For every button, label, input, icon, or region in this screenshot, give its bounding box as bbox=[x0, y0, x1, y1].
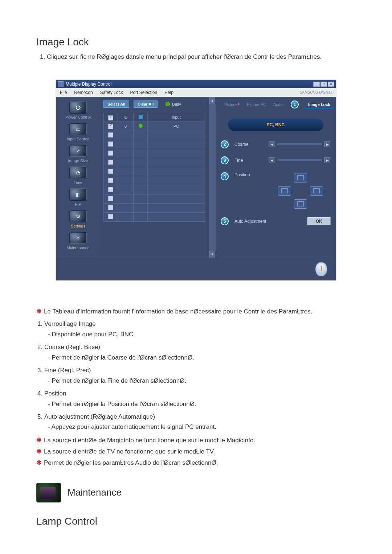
table-row[interactable] bbox=[104, 149, 205, 158]
row-checkbox[interactable] bbox=[108, 205, 113, 210]
arrow-left-icon[interactable]: ◀ bbox=[269, 157, 275, 163]
menu-help[interactable]: Help bbox=[164, 90, 173, 95]
display-list-panel: Select All Clear All Busy ID Input 0PC bbox=[100, 97, 209, 258]
item-title: Verrouillage Image bbox=[44, 320, 96, 327]
position-up-button[interactable] bbox=[294, 173, 307, 182]
list-item: Verrouillage Image- Disponible que pour … bbox=[44, 319, 356, 340]
sidebar-item-settings[interactable]: ⚙Settings bbox=[56, 210, 100, 228]
item-title: Fine (Regl. Prec) bbox=[44, 367, 91, 374]
gear-icon: ⚙ bbox=[69, 210, 87, 222]
row-checkbox[interactable] bbox=[108, 169, 113, 174]
maximize-button[interactable]: □ bbox=[320, 82, 327, 87]
sidebar-item-maintenance[interactable]: ⛭Maintenance bbox=[56, 232, 100, 250]
callout-4: 4 bbox=[221, 172, 229, 180]
sidebar-item-label: Time bbox=[74, 180, 82, 185]
table-row[interactable] bbox=[104, 158, 205, 167]
arrow-right-icon[interactable]: ▶ bbox=[324, 141, 331, 147]
row-id bbox=[118, 158, 134, 167]
tab-image-lock[interactable]: Image Lock bbox=[308, 102, 330, 107]
row-id bbox=[118, 185, 134, 194]
row-checkbox[interactable] bbox=[108, 196, 113, 201]
table-row[interactable] bbox=[104, 212, 205, 221]
fine-row: 3 Fine ◀ ▶ bbox=[221, 156, 331, 164]
sidebar-item-pip[interactable]: ◧PIP bbox=[56, 188, 100, 206]
table-row[interactable]: 0PC bbox=[104, 122, 205, 131]
sidebar-item-label: PIP bbox=[75, 202, 81, 206]
row-input bbox=[148, 185, 205, 194]
list-scrollbar[interactable]: ▲ ▼ bbox=[209, 97, 216, 258]
coarse-label: Coarse bbox=[234, 142, 265, 147]
maintenance-icon bbox=[36, 483, 61, 502]
row-checkbox[interactable] bbox=[108, 214, 113, 219]
list-item: Fine (Regl. Prec)- Permet de rØgler la F… bbox=[44, 365, 356, 386]
position-left-button[interactable] bbox=[278, 186, 291, 196]
row-input bbox=[148, 194, 205, 203]
tab-arrow-icon bbox=[238, 102, 240, 106]
row-id bbox=[118, 140, 134, 149]
menu-safety-lock[interactable]: Safety Lock bbox=[100, 90, 123, 95]
scroll-down-icon[interactable]: ▼ bbox=[209, 251, 216, 258]
heading-maintenance: Maintenance bbox=[68, 487, 122, 498]
position-right-button[interactable] bbox=[310, 186, 323, 196]
menubar: File Remocon Safety Lock Port Selection … bbox=[56, 88, 336, 97]
item-title: Coarse (Regl. Base) bbox=[44, 344, 100, 350]
list-item: Position- Permet de rØgler la Position d… bbox=[44, 389, 356, 410]
item-sub: - Appuyez pour ajuster automatiquement l… bbox=[48, 423, 216, 430]
table-row[interactable] bbox=[104, 194, 205, 203]
coarse-slider[interactable]: ◀ ▶ bbox=[269, 141, 331, 147]
col-id: ID bbox=[118, 113, 134, 122]
position-pad bbox=[278, 172, 323, 209]
row-id bbox=[118, 149, 134, 158]
auto-adjust-label: Auto Adjustment bbox=[234, 219, 304, 224]
tab-picture[interactable]: Picture bbox=[224, 102, 240, 107]
row-checkbox[interactable] bbox=[108, 187, 113, 192]
row-checkbox[interactable] bbox=[108, 160, 113, 165]
arrow-right-icon[interactable]: ▶ bbox=[324, 157, 331, 163]
col-input: Input bbox=[148, 113, 205, 122]
row-input bbox=[148, 167, 205, 176]
header-checkbox[interactable] bbox=[108, 115, 113, 120]
fine-slider[interactable]: ◀ ▶ bbox=[269, 157, 331, 163]
row-input bbox=[148, 140, 205, 149]
sidebar-item-image-size[interactable]: ⤢Image Size bbox=[56, 145, 100, 163]
table-row[interactable] bbox=[104, 131, 205, 140]
position-label: Position bbox=[234, 172, 265, 177]
row-checkbox[interactable] bbox=[108, 124, 113, 129]
row-input bbox=[148, 149, 205, 158]
table-row[interactable] bbox=[104, 185, 205, 194]
menu-remocon[interactable]: Remocon bbox=[74, 90, 93, 95]
clear-all-button[interactable]: Clear All bbox=[134, 100, 158, 108]
close-button[interactable]: × bbox=[328, 82, 334, 87]
sidebar-item-time[interactable]: ◔Time bbox=[56, 167, 100, 185]
row-id bbox=[118, 203, 134, 212]
table-row[interactable] bbox=[104, 203, 205, 212]
sidebar-item-label: Input Source bbox=[67, 137, 89, 141]
arrow-left-icon[interactable]: ◀ bbox=[269, 141, 275, 147]
window-footer: ! bbox=[56, 258, 336, 280]
minimize-button[interactable]: _ bbox=[313, 82, 320, 87]
select-all-button[interactable]: Select All bbox=[103, 100, 129, 108]
note-text: Le Tableau d'Information fournit l'infor… bbox=[44, 308, 312, 315]
menu-port-selection[interactable]: Port Selection bbox=[130, 90, 157, 95]
tab-audio[interactable]: Audio bbox=[273, 102, 283, 107]
row-checkbox[interactable] bbox=[108, 132, 113, 138]
row-checkbox[interactable] bbox=[108, 151, 113, 156]
sidebar-item-input-source[interactable]: ▭Input Source bbox=[56, 123, 100, 141]
table-row[interactable] bbox=[104, 140, 205, 149]
row-id bbox=[118, 194, 134, 203]
heading-image-lock: Image Lock bbox=[36, 36, 356, 48]
scroll-up-icon[interactable]: ▲ bbox=[209, 97, 216, 104]
sidebar-item-power-control[interactable]: ⏻Power Control bbox=[56, 101, 100, 119]
menu-file[interactable]: File bbox=[60, 90, 67, 95]
position-down-button[interactable] bbox=[294, 199, 307, 209]
table-row[interactable] bbox=[104, 167, 205, 176]
sidebar: ⏻Power Control ▭Input Source ⤢Image Size… bbox=[56, 97, 100, 258]
row-checkbox[interactable] bbox=[108, 141, 113, 147]
row-id: 0 bbox=[118, 122, 134, 131]
row-checkbox[interactable] bbox=[108, 178, 113, 183]
tab-picture-pc[interactable]: Picture PC bbox=[247, 102, 266, 107]
brand-label: SAMSUNG DIGITall bbox=[300, 90, 332, 94]
ok-button[interactable]: OK bbox=[307, 217, 331, 225]
row-id bbox=[118, 167, 134, 176]
table-row[interactable] bbox=[104, 176, 205, 185]
